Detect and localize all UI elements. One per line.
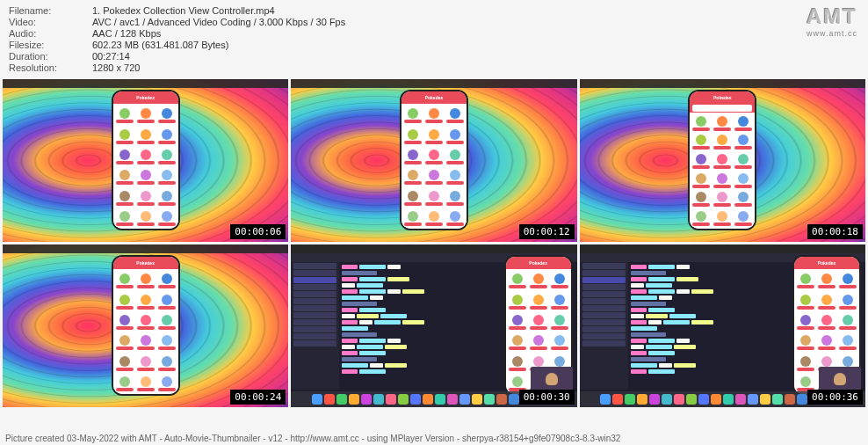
code-editor[interactable] [339, 262, 502, 390]
pokemon-cell[interactable] [817, 291, 836, 310]
thumbnail[interactable]: Pokedex00:00:12 [291, 79, 576, 242]
dock-app-icon[interactable] [649, 394, 660, 405]
pokemon-cell[interactable] [691, 114, 711, 132]
dock-app-icon[interactable] [772, 394, 783, 405]
project-file-item[interactable] [293, 326, 336, 332]
pokemon-cell[interactable] [508, 312, 527, 331]
dock-app-icon[interactable] [723, 394, 734, 405]
project-file-item[interactable] [582, 312, 626, 318]
project-file-item[interactable] [293, 263, 336, 269]
pokemon-cell[interactable] [424, 147, 444, 165]
pokemon-cell[interactable] [115, 332, 134, 351]
pokemon-cell[interactable] [157, 106, 177, 124]
dock-app-icon[interactable] [398, 394, 409, 405]
dock-app-icon[interactable] [386, 394, 396, 405]
pokemon-cell[interactable] [529, 271, 548, 289]
project-file-item[interactable] [293, 340, 336, 347]
pokemon-cell[interactable] [796, 312, 815, 331]
pokemon-cell[interactable] [550, 312, 569, 331]
collection-view[interactable] [113, 269, 178, 394]
code-editor[interactable] [628, 262, 791, 390]
pokemon-cell[interactable] [157, 312, 177, 331]
project-file-item[interactable] [582, 263, 626, 269]
pokemon-cell[interactable] [734, 152, 753, 170]
dock-app-icon[interactable] [612, 394, 623, 405]
dock-app-icon[interactable] [711, 394, 721, 405]
pokemon-cell[interactable] [838, 332, 857, 351]
pokemon-cell[interactable] [712, 114, 732, 132]
pokemon-cell[interactable] [550, 291, 569, 310]
pokemon-cell[interactable] [424, 126, 444, 144]
dock-app-icon[interactable] [324, 394, 335, 405]
pokemon-cell[interactable] [712, 191, 732, 208]
dock-app-icon[interactable] [447, 394, 458, 405]
project-file-item[interactable] [293, 333, 336, 339]
pokemon-cell[interactable] [691, 171, 711, 189]
pokemon-cell[interactable] [550, 332, 569, 351]
xcode-navigator[interactable] [580, 262, 628, 390]
project-file-item[interactable] [582, 319, 626, 325]
pokemon-cell[interactable] [136, 332, 156, 351]
dock-app-icon[interactable] [698, 394, 709, 405]
pokemon-cell[interactable] [403, 147, 423, 165]
dock-app-icon[interactable] [435, 394, 445, 405]
pokemon-cell[interactable] [115, 271, 134, 289]
pokemon-cell[interactable] [136, 126, 156, 144]
thumbnail[interactable]: Pokedex00:00:24 [3, 244, 288, 407]
pokemon-cell[interactable] [734, 114, 753, 132]
dock-app-icon[interactable] [484, 394, 495, 405]
dock-app-icon[interactable] [748, 394, 758, 405]
xcode-navigator[interactable] [291, 262, 339, 390]
pokemon-cell[interactable] [157, 374, 177, 392]
pokemon-cell[interactable] [691, 134, 711, 151]
pokemon-cell[interactable] [136, 312, 156, 331]
pokemon-cell[interactable] [550, 271, 569, 289]
pokemon-cell[interactable] [157, 332, 177, 351]
pokemon-cell[interactable] [424, 106, 444, 124]
pokemon-cell[interactable] [115, 312, 134, 331]
project-file-item[interactable] [582, 326, 626, 332]
pokemon-cell[interactable] [157, 126, 177, 144]
project-file-item[interactable] [293, 298, 336, 304]
thumbnail[interactable]: Pokedex00:00:06 [3, 79, 288, 242]
project-file-item[interactable] [582, 333, 626, 339]
dock-app-icon[interactable] [674, 394, 684, 405]
dock-app-icon[interactable] [423, 394, 433, 405]
pokemon-cell[interactable] [734, 134, 753, 151]
project-file-item[interactable] [582, 298, 626, 304]
search-bar[interactable] [690, 104, 755, 113]
pokemon-cell[interactable] [136, 187, 156, 206]
dock-app-icon[interactable] [637, 394, 647, 405]
pokemon-cell[interactable] [734, 209, 753, 227]
thumbnail[interactable]: Pokedex00:00:30 [291, 244, 576, 407]
pokemon-cell[interactable] [734, 171, 753, 189]
pokemon-cell[interactable] [691, 152, 711, 170]
project-file-item[interactable] [293, 312, 336, 318]
pokemon-cell[interactable] [445, 126, 465, 144]
dock-app-icon[interactable] [472, 394, 482, 405]
pokemon-cell[interactable] [157, 208, 177, 227]
project-file-item[interactable] [582, 284, 626, 290]
dock-app-icon[interactable] [410, 394, 421, 405]
pokemon-cell[interactable] [403, 126, 423, 144]
pokemon-cell[interactable] [136, 147, 156, 165]
pokemon-cell[interactable] [529, 332, 548, 351]
pokemon-cell[interactable] [157, 271, 177, 289]
dock-app-icon[interactable] [373, 394, 384, 405]
pokemon-cell[interactable] [691, 209, 711, 227]
pokemon-cell[interactable] [157, 291, 177, 310]
dock-app-icon[interactable] [496, 394, 507, 405]
pokemon-cell[interactable] [157, 187, 177, 206]
project-file-item[interactable] [582, 291, 626, 297]
project-file-item[interactable] [293, 277, 336, 283]
pokemon-cell[interactable] [817, 312, 836, 331]
dock-app-icon[interactable] [361, 394, 372, 405]
project-file-item[interactable] [293, 305, 336, 311]
pokemon-cell[interactable] [136, 374, 156, 392]
pokemon-cell[interactable] [796, 353, 815, 371]
pokemon-cell[interactable] [817, 271, 836, 289]
pokemon-cell[interactable] [691, 191, 711, 208]
pokemon-cell[interactable] [157, 147, 177, 165]
pokemon-cell[interactable] [403, 167, 423, 186]
collection-view[interactable] [113, 104, 178, 229]
